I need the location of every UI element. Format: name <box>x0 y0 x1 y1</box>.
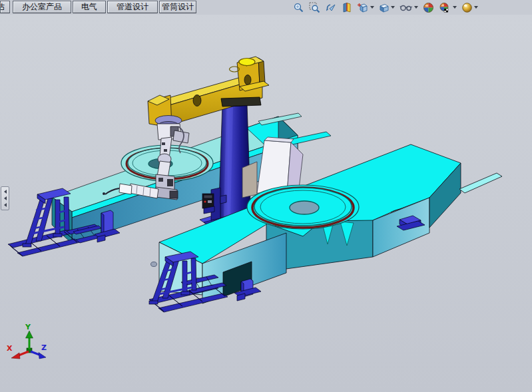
zoom-to-area-icon <box>309 2 320 13</box>
triad-x-label: X <box>7 344 13 353</box>
edit-appearance-icon <box>423 2 434 13</box>
collapse-arrow-icon <box>4 190 7 194</box>
previous-view-button[interactable] <box>324 1 338 14</box>
app-window: 评估 办公室产品 电气 管道设计 管筒设计 <box>0 0 532 392</box>
triad-z-label: Z <box>41 343 47 352</box>
display-style-dropdown-arrow[interactable] <box>391 6 395 9</box>
view-orientation-icon <box>357 2 369 13</box>
hide-show-items-icon <box>399 2 413 13</box>
display-style-button[interactable] <box>378 1 396 14</box>
view-orientation-dropdown-arrow[interactable] <box>370 6 374 9</box>
zoom-to-fit-button[interactable] <box>292 1 306 14</box>
tab-partial-label: 评估 <box>0 1 5 13</box>
view-settings-icon <box>461 2 473 13</box>
tab-partial[interactable]: 评估 <box>0 1 10 13</box>
triad-y-label: Y <box>25 323 31 331</box>
edit-appearance-button[interactable] <box>421 1 435 14</box>
apply-scene-dropdown-arrow[interactable] <box>453 6 457 9</box>
command-tabs: 办公室产品 电气 管道设计 管筒设计 <box>13 0 196 13</box>
front-ring[interactable] <box>247 185 359 229</box>
view-heads-up-toolbar <box>292 1 481 14</box>
tab-tubing-design[interactable]: 管筒设计 <box>159 1 196 13</box>
orientation-triad: Y X Z <box>7 323 47 359</box>
apply-scene-button[interactable] <box>437 1 458 14</box>
graphics-viewport[interactable]: Y X Z <box>0 15 532 392</box>
feature-panel-expander-button[interactable] <box>1 186 9 210</box>
hide-show-dropdown-arrow[interactable] <box>414 6 418 9</box>
previous-view-icon <box>325 2 337 13</box>
view-orientation-button[interactable] <box>356 1 376 14</box>
tab-office-products[interactable]: 办公室产品 <box>13 1 71 13</box>
collapse-arrow-icon <box>4 196 7 200</box>
collapse-arrow-icon <box>4 203 7 207</box>
command-bar: 评估 办公室产品 电气 管道设计 管筒设计 <box>0 0 532 15</box>
view-settings-dropdown-arrow[interactable] <box>474 6 478 9</box>
display-style-icon <box>379 2 390 13</box>
view-settings-button[interactable] <box>460 1 479 14</box>
zoom-to-fit-icon <box>293 2 304 13</box>
tab-electrical[interactable]: 电气 <box>73 1 106 13</box>
hide-show-items-button[interactable] <box>398 1 419 14</box>
tab-piping-design[interactable]: 管道设计 <box>107 1 158 13</box>
section-view-button[interactable] <box>340 1 354 14</box>
checkered-flag <box>444 9 448 13</box>
model-scene: Y X Z <box>0 15 532 392</box>
apply-scene-icon <box>439 2 451 13</box>
zoom-to-area-button[interactable] <box>308 1 322 14</box>
section-view-icon <box>342 2 352 13</box>
